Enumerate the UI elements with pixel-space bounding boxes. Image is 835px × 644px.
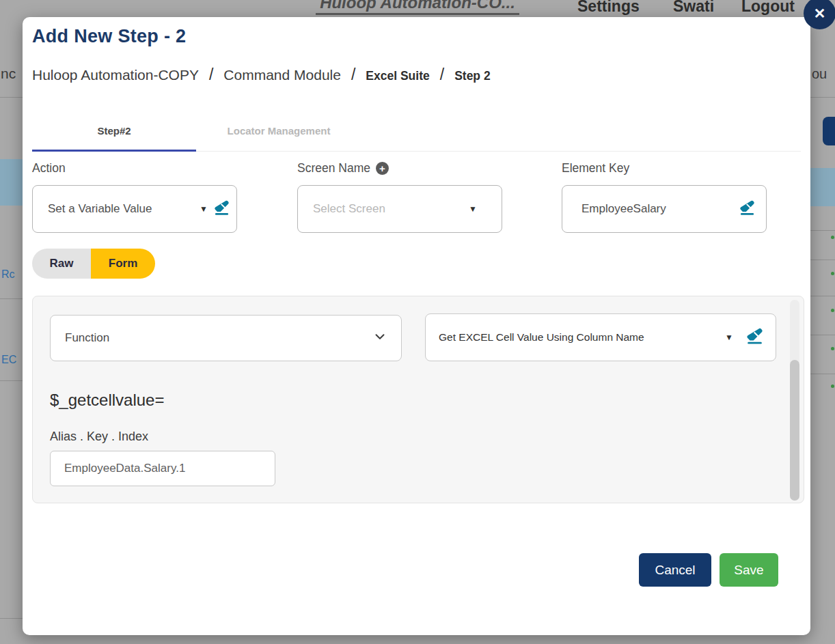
background-status-dot — [831, 347, 834, 350]
background-divider — [810, 260, 835, 260]
action-label: Action — [32, 161, 66, 176]
background-divider — [0, 298, 23, 299]
breadcrumb: Huloop Automation-COPY / Command Module … — [32, 66, 491, 84]
background-status-dot — [831, 309, 834, 312]
add-screen-icon[interactable]: + — [376, 162, 389, 175]
screen-name-label: Screen Name + — [297, 161, 389, 176]
mode-toggle: Raw Form — [32, 249, 155, 279]
element-key-box — [562, 185, 767, 233]
breadcrumb-separator: / — [440, 66, 444, 84]
background-selected-row-left — [0, 159, 23, 206]
function-select[interactable]: Function — [50, 315, 402, 361]
args-box — [50, 451, 275, 486]
panel-scrollbar-track[interactable] — [790, 300, 799, 501]
element-key-label-text: Element Key — [562, 161, 629, 176]
background-page-title: Huloop Automation-CO... — [316, 0, 519, 15]
screen-select-placeholder: Select Screen — [298, 202, 385, 216]
function-value-select[interactable]: Get EXCEL Cell Value Using Column Name ▼ — [425, 313, 776, 361]
active-tab-underline — [32, 150, 196, 152]
menu-item-settings[interactable]: Settings — [577, 0, 640, 16]
function-value-text: Get EXCEL Cell Value Using Column Name — [426, 331, 644, 344]
background-divider — [810, 374, 835, 374]
save-button[interactable]: Save — [720, 553, 778, 587]
screen-select[interactable]: Select Screen ▼ — [297, 185, 502, 233]
tab-locator-management[interactable]: Locator Management — [196, 125, 361, 137]
background-status-dot — [831, 384, 834, 388]
raw-toggle-button[interactable]: Raw — [32, 249, 91, 279]
background-status-dot — [831, 272, 834, 275]
clear-function-icon[interactable] — [745, 326, 765, 349]
background-fragment-left-top: nc — [1, 66, 16, 82]
dropdown-arrow-icon[interactable]: ▼ — [725, 333, 733, 342]
background-divider — [810, 335, 835, 335]
chevron-down-icon[interactable] — [372, 329, 387, 347]
element-key-input[interactable] — [562, 202, 720, 216]
menu-item-user[interactable]: Swati — [673, 0, 714, 16]
breadcrumb-step: Step 2 — [454, 69, 491, 83]
background-divider — [0, 380, 23, 381]
background-divider — [810, 230, 835, 231]
dropdown-arrow-icon[interactable]: ▼ — [200, 204, 208, 214]
background-fragment-left-lower: EC — [1, 354, 22, 366]
breadcrumb-separator: / — [209, 66, 213, 84]
dropdown-arrow-icon[interactable]: ▼ — [469, 204, 477, 214]
action-select-value: Set a Variable Value — [33, 202, 152, 216]
action-select[interactable]: Set a Variable Value ▼ — [32, 185, 237, 233]
tab-step[interactable]: Step#2 — [32, 125, 196, 137]
breadcrumb-module: Command Module — [223, 67, 341, 83]
breadcrumb-suite: Excel Suite — [366, 69, 429, 83]
action-label-text: Action — [32, 161, 66, 176]
background-divider — [0, 97, 23, 98]
modal-title: Add New Step - 2 — [32, 26, 186, 47]
background-divider — [810, 97, 835, 98]
background-button-fragment — [823, 117, 835, 145]
clear-element-key-icon[interactable] — [738, 199, 756, 220]
form-toggle-button[interactable]: Form — [91, 249, 155, 279]
function-panel: Function Get EXCEL Cell Value Using Colu… — [32, 296, 804, 503]
close-icon[interactable]: ✕ — [804, 0, 835, 29]
breadcrumb-project: Huloop Automation-COPY — [32, 67, 199, 83]
menu-item-logout[interactable]: Logout — [741, 0, 795, 16]
background-selected-row-right — [810, 168, 835, 206]
element-key-label: Element Key — [562, 161, 629, 176]
background-fragment-left-mid: Rc — [1, 268, 22, 281]
background-divider — [0, 618, 23, 619]
add-step-modal: Add New Step - 2 Huloop Automation-COPY … — [23, 17, 810, 635]
background-fragment-right-top: ou — [812, 66, 827, 82]
background-divider — [810, 296, 835, 296]
screen: Huloop Automation-CO... Settings Swati L… — [0, 0, 835, 644]
expression-text: $_getcellvalue= — [50, 391, 164, 410]
args-label: Alias . Key . Index — [50, 430, 148, 444]
function-select-value: Function — [51, 331, 109, 345]
screen-name-label-text: Screen Name — [297, 161, 370, 176]
args-input[interactable] — [51, 462, 256, 475]
breadcrumb-separator: / — [351, 66, 355, 84]
clear-action-icon[interactable] — [213, 199, 231, 220]
panel-scrollbar-thumb[interactable] — [790, 360, 799, 501]
background-status-dot — [831, 236, 834, 239]
cancel-button[interactable]: Cancel — [639, 553, 711, 587]
